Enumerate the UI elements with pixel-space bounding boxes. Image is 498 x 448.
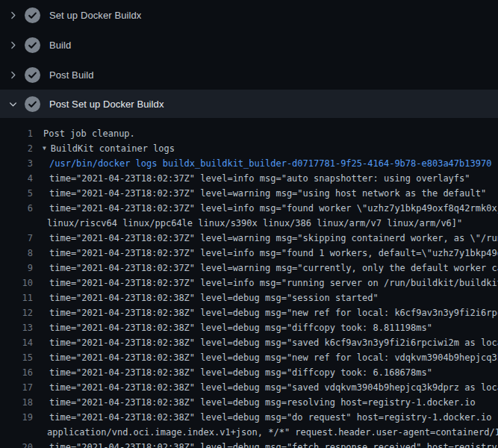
log-text: time="2021-04-23T18:02:38Z" level=debug …: [49, 335, 498, 350]
log-text: time="2021-04-23T18:02:37Z" level=warnin…: [49, 231, 498, 246]
log-line: 10time="2021-04-23T18:02:37Z" level=info…: [0, 276, 498, 290]
check-circle-icon: [25, 67, 40, 83]
log-text: time="2021-04-23T18:02:37Z" level=info m…: [49, 201, 498, 216]
log-text: time="2021-04-23T18:02:38Z" level=debug …: [49, 305, 498, 320]
step-row-post-set-up-docker-buildx[interactable]: Post Set up Docker Buildx: [0, 90, 498, 118]
log-line: 14time="2021-04-23T18:02:38Z" level=debu…: [0, 335, 498, 350]
step-label: Set up Docker Buildx: [49, 10, 141, 21]
collapse-triangle-icon[interactable]: ▼: [43, 141, 46, 156]
log-line: 18time="2021-04-23T18:02:38Z" level=debu…: [0, 395, 498, 410]
log-text: time="2021-04-23T18:02:38Z" level=debug …: [49, 365, 432, 380]
log-text: time="2021-04-23T18:02:37Z" level=warnin…: [49, 261, 498, 276]
line-number[interactable]: 8: [0, 246, 33, 261]
line-number[interactable]: 19: [0, 410, 33, 425]
log-line: 11time="2021-04-23T18:02:38Z" level=debu…: [0, 290, 498, 305]
line-number[interactable]: 12: [0, 305, 33, 320]
log-text: time="2021-04-23T18:02:38Z" level=debug …: [49, 380, 498, 395]
log-line: 7time="2021-04-23T18:02:37Z" level=warni…: [0, 231, 498, 246]
log-text: linux/riscv64 linux/ppc64le linux/s390x …: [47, 216, 462, 231]
line-number: [0, 216, 33, 231]
log-text: time="2021-04-23T18:02:38Z" level=debug …: [49, 395, 476, 410]
log-line: 12time="2021-04-23T18:02:38Z" level=debu…: [0, 305, 498, 320]
line-number[interactable]: 14: [0, 335, 33, 350]
log-line: 15time="2021-04-23T18:02:38Z" level=debu…: [0, 350, 498, 365]
job-log-viewer: Set up Docker BuildxBuildPost BuildPost …: [0, 0, 498, 448]
log-line: 3/usr/bin/docker logs buildx_buildkit_bu…: [0, 156, 498, 171]
line-number[interactable]: 10: [0, 276, 33, 290]
check-circle-icon: [25, 37, 40, 53]
line-number[interactable]: 11: [0, 290, 33, 305]
log-line: linux/riscv64 linux/ppc64le linux/s390x …: [0, 216, 498, 231]
log-line: 9time="2021-04-23T18:02:37Z" level=warni…: [0, 261, 498, 276]
log-text: time="2021-04-23T18:02:38Z" level=debug …: [49, 410, 498, 425]
command-text: /usr/bin/docker logs buildx_buildkit_bui…: [49, 156, 491, 171]
log-text: Post job cleanup.: [43, 126, 135, 141]
line-number[interactable]: 15: [0, 350, 33, 365]
step-label: Post Set up Docker Buildx: [49, 99, 164, 110]
line-number[interactable]: 2: [0, 141, 33, 156]
log-text: BuildKit container logs: [51, 141, 175, 156]
line-number[interactable]: 7: [0, 231, 33, 246]
log-text: time="2021-04-23T18:02:37Z" level=info m…: [49, 276, 498, 290]
line-number[interactable]: 6: [0, 201, 33, 216]
log-text: time="2021-04-23T18:02:38Z" level=debug …: [49, 440, 498, 448]
line-number[interactable]: 13: [0, 320, 33, 335]
line-number[interactable]: 1: [0, 126, 33, 141]
log-text: time="2021-04-23T18:02:38Z" level=debug …: [49, 350, 498, 365]
log-line: application/vnd.oci.image.index.v1+json,…: [0, 425, 498, 440]
chevron-right-icon[interactable]: [7, 9, 19, 21]
line-number[interactable]: 18: [0, 395, 33, 410]
log-line: 1Post job cleanup.: [0, 126, 498, 141]
log-area: 1Post job cleanup.2▼BuildKit container l…: [0, 118, 498, 448]
log-line: 4time="2021-04-23T18:02:37Z" level=info …: [0, 171, 498, 186]
log-line: 16time="2021-04-23T18:02:38Z" level=debu…: [0, 365, 498, 380]
log-text: application/vnd.oci.image.index.v1+json,…: [47, 425, 498, 440]
line-number[interactable]: 16: [0, 365, 33, 380]
log-text: time="2021-04-23T18:02:37Z" level=warnin…: [49, 186, 486, 201]
chevron-right-icon[interactable]: [7, 69, 19, 81]
line-number[interactable]: 3: [0, 156, 33, 171]
log-text: time="2021-04-23T18:02:38Z" level=debug …: [49, 320, 432, 335]
line-number: [0, 425, 33, 440]
log-text: time="2021-04-23T18:02:37Z" level=info m…: [49, 246, 498, 261]
line-number[interactable]: 17: [0, 380, 33, 395]
log-line: 6time="2021-04-23T18:02:37Z" level=info …: [0, 201, 498, 216]
step-row-set-up-docker-buildx[interactable]: Set up Docker Buildx: [0, 0, 498, 30]
log-text: time="2021-04-23T18:02:37Z" level=info m…: [49, 171, 470, 186]
log-line: 20time="2021-04-23T18:02:38Z" level=debu…: [0, 440, 498, 448]
check-circle-icon: [25, 96, 40, 112]
check-circle-icon: [25, 7, 40, 23]
log-line: 5time="2021-04-23T18:02:37Z" level=warni…: [0, 186, 498, 201]
step-label: Post Build: [49, 69, 94, 81]
step-row-post-build[interactable]: Post Build: [0, 60, 498, 90]
step-row-build[interactable]: Build: [0, 30, 498, 60]
line-number[interactable]: 9: [0, 261, 33, 276]
line-number[interactable]: 4: [0, 171, 33, 186]
line-number[interactable]: 5: [0, 186, 33, 201]
log-group-row[interactable]: 2▼BuildKit container logs: [0, 141, 498, 156]
log-text: time="2021-04-23T18:02:38Z" level=debug …: [49, 290, 379, 305]
log-line: 8time="2021-04-23T18:02:37Z" level=info …: [0, 246, 498, 261]
log-line: 13time="2021-04-23T18:02:38Z" level=debu…: [0, 320, 498, 335]
chevron-down-icon[interactable]: [7, 98, 19, 110]
log-line: 19time="2021-04-23T18:02:38Z" level=debu…: [0, 410, 498, 425]
log-line: 17time="2021-04-23T18:02:38Z" level=debu…: [0, 380, 498, 395]
line-number[interactable]: 20: [0, 440, 33, 448]
chevron-right-icon[interactable]: [7, 39, 19, 51]
steps-list: Set up Docker BuildxBuildPost BuildPost …: [0, 0, 498, 118]
step-label: Build: [49, 40, 71, 51]
